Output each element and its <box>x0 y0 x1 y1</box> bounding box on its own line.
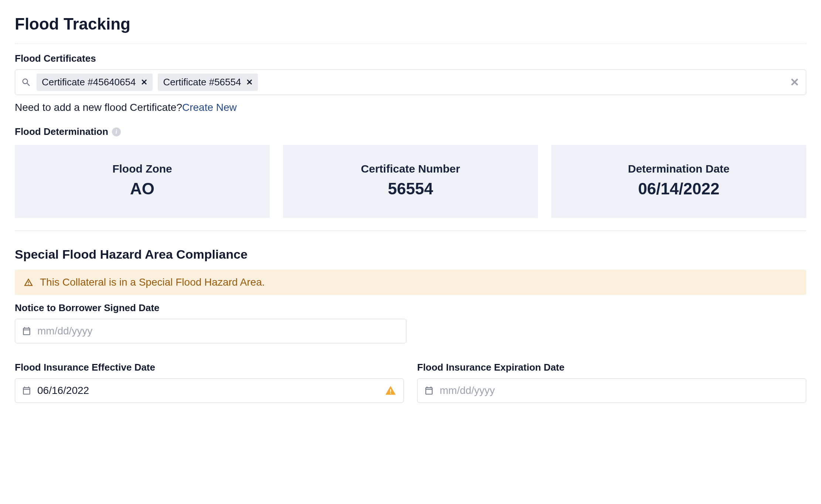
certificate-number-card: Certificate Number 56554 <box>283 145 538 218</box>
helper-prefix: Need to add a new flood Certificate? <box>15 102 182 113</box>
effective-date-input[interactable]: 06/16/2022 <box>15 378 404 403</box>
add-certificate-helper: Need to add a new flood Certificate?Crea… <box>15 102 806 113</box>
date-value: 06/16/2022 <box>37 385 89 396</box>
determination-cards-row: Flood Zone AO Certificate Number 56554 D… <box>15 145 806 218</box>
svg-rect-0 <box>390 389 391 392</box>
certificate-chip[interactable]: Certificate #56554 ✕ <box>158 74 258 91</box>
warning-icon <box>385 385 396 396</box>
certificate-chip[interactable]: Certificate #45640654 ✕ <box>37 74 153 91</box>
card-value: 06/14/2022 <box>559 180 799 198</box>
notice-signed-date-input[interactable]: mm/dd/yyyy <box>15 319 406 343</box>
create-new-link[interactable]: Create New <box>182 102 237 113</box>
clear-all-icon[interactable]: ✕ <box>790 77 799 88</box>
info-icon[interactable]: i <box>112 127 121 136</box>
flood-certificates-label: Flood Certificates <box>15 53 806 64</box>
compliance-heading: Special Flood Hazard Area Compliance <box>15 247 806 262</box>
flood-zone-card: Flood Zone AO <box>15 145 270 218</box>
date-placeholder: mm/dd/yyyy <box>37 325 92 337</box>
certificate-chip-label: Certificate #45640654 <box>42 76 136 88</box>
calendar-icon <box>22 326 31 336</box>
expiration-date-input[interactable]: mm/dd/yyyy <box>417 378 806 403</box>
flood-hazard-alert: This Collateral is in a Special Flood Ha… <box>15 270 806 295</box>
card-value: 56554 <box>290 180 531 198</box>
page-title: Flood Tracking <box>15 15 806 33</box>
certificate-chip-label: Certificate #56554 <box>163 76 241 88</box>
card-value: AO <box>22 180 262 198</box>
date-placeholder: mm/dd/yyyy <box>440 385 495 396</box>
warning-icon <box>24 277 33 287</box>
determination-date-card: Determination Date 06/14/2022 <box>551 145 806 218</box>
search-icon <box>21 77 31 88</box>
effective-date-label: Flood Insurance Effective Date <box>15 362 404 373</box>
notice-signed-date-label: Notice to Borrower Signed Date <box>15 302 806 314</box>
calendar-icon <box>22 386 31 395</box>
expiration-date-label: Flood Insurance Expiration Date <box>417 362 806 373</box>
card-label: Determination Date <box>559 163 799 175</box>
certificates-multiselect[interactable]: Certificate #45640654 ✕ Certificate #565… <box>15 69 806 95</box>
svg-rect-1 <box>390 393 391 394</box>
chip-remove-icon[interactable]: ✕ <box>141 78 147 87</box>
flood-determination-label: Flood Determination <box>15 126 108 137</box>
card-label: Flood Zone <box>22 163 262 175</box>
alert-text: This Collateral is in a Special Flood Ha… <box>40 276 265 288</box>
section-divider <box>15 231 806 231</box>
calendar-icon <box>424 386 434 395</box>
section-divider <box>15 44 806 44</box>
card-label: Certificate Number <box>290 163 531 175</box>
chip-remove-icon[interactable]: ✕ <box>246 78 253 87</box>
